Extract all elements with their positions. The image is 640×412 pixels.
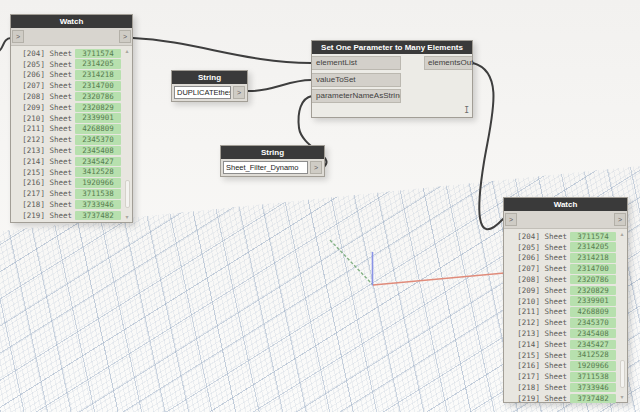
list-item-index: [210] Sheet (22, 114, 72, 123)
list-item-index: [216] Sheet (22, 178, 72, 187)
set-parameter-node[interactable]: Set One Parameter to Many Elements eleme… (311, 40, 473, 118)
scroll-up-icon[interactable]: ▴ (620, 231, 623, 237)
list-item-index: [204] Sheet (517, 232, 567, 241)
list-item: [205] Sheet 2314205 (13, 59, 121, 70)
list-item: [218] Sheet 3733946 (506, 382, 616, 393)
scroll-down-icon[interactable]: ▾ (620, 394, 623, 400)
watch-right-input-port[interactable]: > (505, 213, 517, 226)
list-item-value: 2320829 (570, 286, 616, 296)
list-item: [208] Sheet 2320786 (13, 91, 121, 102)
list-item-index: [216] Sheet (517, 361, 567, 370)
watch-left-input-port[interactable]: > (12, 30, 24, 43)
list-item: [212] Sheet 2345370 (13, 134, 121, 145)
list-item-value: 2339901 (75, 113, 121, 123)
string-param-title[interactable]: String (221, 146, 324, 159)
list-item: [205] Sheet 2314205 (506, 242, 616, 253)
watch-right-scroll-thumb[interactable] (620, 360, 625, 388)
list-item-index: [209] Sheet (22, 103, 72, 112)
list-item-value: 2345427 (570, 340, 616, 350)
list-item: [206] Sheet 2314218 (13, 70, 121, 81)
list-item-index: [207] Sheet (22, 81, 72, 90)
list-item-index: [208] Sheet (22, 92, 72, 101)
list-item-value: 4268809 (570, 307, 616, 317)
string-value-input[interactable]: DUPLICATEthese (174, 86, 231, 99)
scroll-down-icon[interactable]: ▾ (125, 214, 128, 220)
string-value-title[interactable]: String (172, 71, 247, 84)
list-item-value: 2345427 (75, 157, 121, 167)
list-item-index: [212] Sheet (517, 318, 567, 327)
list-item: [212] Sheet 2345370 (506, 317, 616, 328)
input-port-parameternameasstring[interactable]: parameterNameAsString (312, 89, 401, 103)
list-item-value: 2314205 (75, 59, 121, 69)
watch-right-title[interactable]: Watch (504, 198, 627, 211)
list-item-index: [218] Sheet (22, 200, 72, 209)
list-item-value: 3412528 (570, 350, 616, 360)
list-item-index: [210] Sheet (517, 297, 567, 306)
list-item: [211] Sheet 4268809 (13, 124, 121, 135)
list-item: [206] Sheet 2314218 (506, 253, 616, 264)
list-item-value: 2314205 (570, 242, 616, 252)
list-item-value: 2314700 (75, 81, 121, 91)
string-value-row: DUPLICATEthese > (172, 84, 247, 101)
list-item-index: [205] Sheet (517, 243, 567, 252)
list-item-value: 3737482 (75, 211, 121, 221)
list-item-index: [219] Sheet (517, 394, 567, 403)
string-node-value[interactable]: String DUPLICATEthese > (171, 70, 248, 102)
list-item-index: [218] Sheet (517, 383, 567, 392)
list-item-index: [207] Sheet (517, 264, 567, 273)
list-item: [215] Sheet 3412528 (506, 350, 616, 361)
list-item-value: 3737482 (570, 394, 616, 404)
list-item-index: [212] Sheet (22, 135, 72, 144)
list-item-value: 4268809 (75, 124, 121, 134)
list-item-index: [215] Sheet (22, 168, 72, 177)
scroll-up-icon[interactable]: ▴ (125, 48, 128, 54)
list-item-value: 2320829 (75, 103, 121, 113)
list-item: [213] Sheet 2345408 (506, 328, 616, 339)
input-port-elementlist[interactable]: elementList (312, 56, 401, 70)
string-node-param[interactable]: String Sheet_Filter_Dynamo > (220, 145, 325, 177)
watch-right-output-port[interactable]: > (614, 213, 626, 226)
output-port-elementsout[interactable]: elementsOut (424, 56, 472, 70)
list-item: [208] Sheet 2320786 (506, 274, 616, 285)
list-item-value: 2314218 (570, 253, 616, 263)
string-value-output-port[interactable]: > (233, 86, 245, 99)
input-port-valuetoset[interactable]: valueToSet (312, 73, 401, 87)
list-item-value: 3733946 (570, 383, 616, 393)
list-item: [217] Sheet 3711538 (506, 371, 616, 382)
list-item: [219] Sheet 3737482 (506, 393, 616, 404)
list-item: [213] Sheet 2345408 (13, 145, 121, 156)
dynamo-workspace-canvas[interactable]: Watch > > [204] Sheet 3711574 [205] Shee… (0, 0, 640, 412)
list-item-index: [206] Sheet (22, 70, 72, 79)
watch-node-left[interactable]: Watch > > [204] Sheet 3711574 [205] Shee… (10, 14, 133, 223)
list-item-value: 2345370 (75, 135, 121, 145)
list-item-value: 1920966 (570, 361, 616, 371)
lacing-indicator-icon[interactable]: I (464, 107, 469, 115)
list-item-index: [219] Sheet (22, 211, 72, 220)
set-parameter-title[interactable]: Set One Parameter to Many Elements (312, 41, 472, 54)
list-item-value: 2345370 (570, 318, 616, 328)
list-item-index: [208] Sheet (517, 275, 567, 284)
wire-watch-to-elementlist[interactable] (133, 38, 311, 63)
watch-left-title[interactable]: Watch (11, 15, 132, 28)
wire-string-to-valuetoset[interactable] (248, 80, 311, 91)
list-item: [211] Sheet 4268809 (506, 307, 616, 318)
list-item-index: [205] Sheet (22, 60, 72, 69)
list-item-value: 3412528 (75, 167, 121, 177)
watch-left-scroll-thumb[interactable] (125, 180, 130, 208)
list-item-value: 2320786 (570, 275, 616, 285)
list-item-index: [206] Sheet (517, 253, 567, 262)
list-item: [218] Sheet 3733946 (13, 199, 121, 210)
list-item-value: 1920966 (75, 178, 121, 188)
list-item: [214] Sheet 2345427 (506, 339, 616, 350)
watch-left-output-port[interactable]: > (119, 30, 131, 43)
list-item-index: [211] Sheet (22, 124, 72, 133)
list-item-index: [215] Sheet (517, 351, 567, 360)
list-item-index: [214] Sheet (22, 157, 72, 166)
list-item-index: [217] Sheet (517, 372, 567, 381)
list-item: [207] Sheet 2314700 (13, 80, 121, 91)
string-param-input[interactable]: Sheet_Filter_Dynamo (223, 161, 308, 174)
string-param-output-port[interactable]: > (310, 161, 322, 174)
list-item-index: [204] Sheet (22, 49, 72, 58)
watch-left-ports: > > (11, 28, 132, 46)
watch-node-right[interactable]: Watch > > [204] Sheet 3711574 [205] Shee… (503, 197, 628, 403)
